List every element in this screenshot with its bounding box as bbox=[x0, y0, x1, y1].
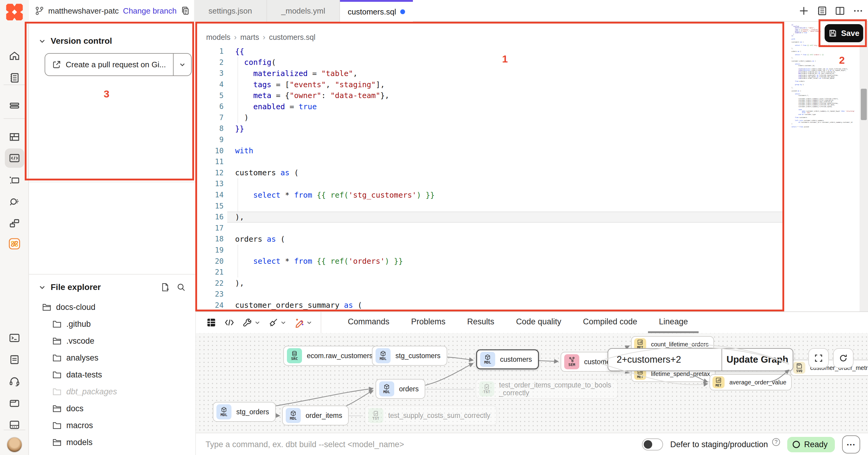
pr-button-caret[interactable] bbox=[173, 54, 191, 76]
tree-item-marts[interactable]: marts bbox=[29, 451, 195, 455]
lineage-canvas[interactable]: SRCecom.raw_customersMDLstg_customersMDL… bbox=[196, 333, 868, 433]
breadcrumb-item[interactable]: models bbox=[206, 33, 230, 41]
code-line-22[interactable]: 22), bbox=[196, 278, 868, 289]
code-line-7[interactable]: 7 ) bbox=[196, 112, 868, 123]
code-editor[interactable]: models›marts›customers.sql 1{{2 config(3… bbox=[195, 22, 868, 311]
code-lines[interactable]: 1{{2 config(3 materialized = "table",4 t… bbox=[196, 46, 868, 311]
code-line-11[interactable]: 11 bbox=[196, 156, 868, 167]
lineage-node-average_order_value[interactable]: METaverage_order_value bbox=[710, 374, 792, 391]
code-line-18[interactable]: 18orders as ( bbox=[196, 233, 868, 245]
copilot-magic-icon[interactable] bbox=[294, 317, 312, 328]
scrollbar-thumb[interactable] bbox=[861, 89, 867, 120]
code-line-24[interactable]: 24customer_orders_summary as ( bbox=[196, 300, 868, 311]
outline-panel-icon[interactable] bbox=[817, 6, 827, 16]
user-avatar[interactable] bbox=[7, 437, 22, 453]
refresh-graph-button[interactable] bbox=[833, 348, 854, 368]
defer-toggle[interactable] bbox=[642, 438, 663, 451]
atom-icon[interactable] bbox=[5, 234, 24, 253]
version-control-header[interactable]: Version control bbox=[38, 36, 112, 46]
flow-icon[interactable] bbox=[5, 214, 24, 233]
lineage-node-stg_orders[interactable]: MDLstg_orders bbox=[213, 402, 276, 422]
command-input[interactable]: Type a command, ex. dbt build --select <… bbox=[206, 440, 642, 449]
breadcrumb-item[interactable]: marts bbox=[240, 33, 259, 41]
tree-item-.vscode[interactable]: .vscode bbox=[29, 333, 195, 349]
bottom-tab-problems[interactable]: Problems bbox=[400, 312, 456, 333]
update-graph-button[interactable]: Update Graph bbox=[721, 349, 793, 371]
status-badge[interactable]: Ready bbox=[787, 437, 835, 452]
code-line-1[interactable]: 1{{ bbox=[196, 46, 868, 57]
bottom-tab-lineage[interactable]: Lineage bbox=[648, 312, 699, 333]
create-pull-request-button[interactable]: Create a pull request on Gi... bbox=[44, 53, 192, 76]
lineage-node-stg_customers[interactable]: MDLstg_customers bbox=[372, 346, 447, 366]
tab-settings.json[interactable]: settings.json bbox=[194, 0, 267, 22]
dashboard-icon[interactable] bbox=[5, 127, 24, 147]
lineage-node-order_items[interactable]: MDLorder_items bbox=[282, 405, 349, 425]
copy-branch-icon[interactable] bbox=[181, 6, 190, 16]
lineage-node-customer_order_metrics[interactable]: SVQcustomer_order_metrics bbox=[790, 360, 868, 376]
bottom-tab-results[interactable]: Results bbox=[456, 312, 505, 333]
dbt-logo-icon[interactable] bbox=[5, 3, 24, 21]
code-line-9[interactable]: 9 bbox=[196, 134, 868, 145]
code-line-3[interactable]: 3 materialized = "table", bbox=[196, 68, 868, 79]
frame-icon[interactable] bbox=[5, 171, 24, 190]
tree-item-macros[interactable]: macros bbox=[29, 417, 195, 434]
plus-icon[interactable] bbox=[799, 6, 809, 16]
home-icon[interactable] bbox=[5, 47, 24, 66]
tray-icon[interactable] bbox=[5, 96, 24, 115]
code-line-21[interactable]: 21 bbox=[196, 267, 868, 278]
fullscreen-button[interactable] bbox=[808, 348, 829, 368]
lineage-node-customers[interactable]: MDLcustomers bbox=[476, 349, 539, 369]
bottom-tab-compiled-code[interactable]: Compiled code bbox=[572, 312, 648, 333]
code-line-13[interactable]: 13 bbox=[196, 178, 868, 190]
save-button[interactable]: Save bbox=[825, 24, 863, 42]
code-line-5[interactable]: 5 meta = {"owner": "data-team"}, bbox=[196, 90, 868, 101]
code-line-8[interactable]: 8}} bbox=[196, 123, 868, 134]
headset-icon[interactable] bbox=[5, 372, 24, 391]
ellipsis-icon[interactable] bbox=[853, 6, 863, 16]
build-wrench-icon[interactable] bbox=[242, 317, 260, 328]
lineage-node-test_supply_costs_sum_correctly[interactable]: TSTtest_supply_costs_sum_correctly bbox=[365, 405, 497, 425]
wallet-icon[interactable] bbox=[5, 394, 24, 413]
code-line-17[interactable]: 17 bbox=[196, 223, 868, 234]
code-line-4[interactable]: 4 tags = ["events", "staging"], bbox=[196, 79, 868, 90]
search-icon[interactable] bbox=[177, 283, 186, 292]
code-editor-icon[interactable] bbox=[5, 148, 24, 168]
tree-item-.github[interactable]: .github bbox=[29, 316, 195, 333]
tab-_models.yml[interactable]: _models.yml bbox=[267, 0, 340, 22]
explore-icon[interactable] bbox=[5, 192, 24, 211]
tree-item-analyses[interactable]: analyses bbox=[29, 349, 195, 366]
code-line-15[interactable]: 15 bbox=[196, 200, 868, 211]
code-line-10[interactable]: 10with bbox=[196, 145, 868, 156]
editor-scrollbar[interactable] bbox=[860, 22, 868, 311]
tree-item-data-tests[interactable]: data-tests bbox=[29, 366, 195, 383]
bottom-tab-code-quality[interactable]: Code quality bbox=[505, 312, 572, 333]
bottom-tab-commands[interactable]: Commands bbox=[337, 312, 400, 333]
clipboard-icon[interactable] bbox=[5, 350, 24, 369]
split-view-icon[interactable] bbox=[835, 6, 845, 16]
graph-selector-input[interactable]: 2+customers+2 bbox=[608, 349, 721, 371]
more-actions-button[interactable]: ... bbox=[842, 435, 860, 454]
lint-broom-icon[interactable] bbox=[268, 317, 286, 328]
new-file-icon[interactable] bbox=[160, 283, 169, 292]
storage-icon[interactable] bbox=[5, 415, 24, 434]
results-table-icon[interactable] bbox=[206, 317, 216, 328]
code-line-20[interactable]: 20 select * from {{ ref('orders') }} bbox=[196, 256, 868, 267]
code-line-19[interactable]: 19 bbox=[196, 245, 868, 256]
tree-item-dbt_packages[interactable]: dbt_packages bbox=[29, 383, 195, 400]
terminal-icon[interactable] bbox=[5, 328, 24, 348]
tree-item-docs-cloud[interactable]: docs-cloud bbox=[29, 299, 195, 316]
lineage-node-ecom.raw_customers[interactable]: SRCecom.raw_customers bbox=[283, 346, 379, 366]
code-line-2[interactable]: 2 config( bbox=[196, 57, 868, 68]
compiled-code-icon[interactable] bbox=[224, 317, 235, 328]
lineage-node-orders[interactable]: MDLorders bbox=[375, 379, 425, 399]
code-line-16[interactable]: 16), bbox=[196, 211, 868, 223]
code-line-6[interactable]: 6 enabled = true bbox=[196, 101, 868, 112]
code-line-23[interactable]: 23 bbox=[196, 289, 868, 300]
code-line-12[interactable]: 12customers as ( bbox=[196, 167, 868, 179]
tree-item-models[interactable]: models bbox=[29, 434, 195, 451]
help-icon[interactable]: ? bbox=[772, 438, 780, 446]
tab-customers.sql[interactable]: customers.sql bbox=[340, 0, 413, 22]
tree-item-docs[interactable]: docs bbox=[29, 400, 195, 417]
lineage-node-test_order_items_compute_to_bools[interactable]: TSTtest_order_items_compute_to_bools_cor… bbox=[475, 379, 618, 399]
change-branch-link[interactable]: Change branch bbox=[123, 6, 177, 16]
